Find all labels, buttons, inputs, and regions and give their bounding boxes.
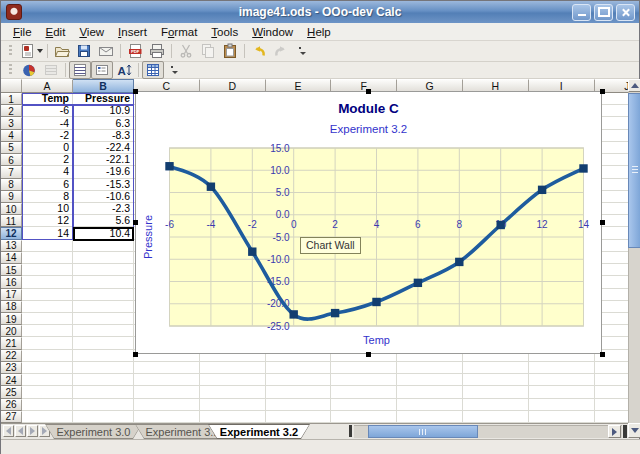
open-button[interactable] xyxy=(51,41,73,61)
selection-handle[interactable] xyxy=(366,352,371,357)
cell-A13[interactable] xyxy=(22,240,73,252)
cell-J24[interactable] xyxy=(595,374,628,386)
cell-A12[interactable]: 14 xyxy=(22,227,73,239)
cell-B6[interactable]: -22.1 xyxy=(73,154,134,166)
horizontal-scrollbar-thumb[interactable] xyxy=(368,425,478,438)
legend-button[interactable] xyxy=(91,61,113,79)
chart-object[interactable]: 15.010.05.00.0-5.0-10.0-15.0-20.0-25.0-6… xyxy=(135,91,602,354)
row-header-6[interactable]: 6 xyxy=(1,154,22,166)
cell-A9[interactable]: 8 xyxy=(22,191,73,203)
cell-F26[interactable] xyxy=(331,399,397,411)
cell-A10[interactable]: 10 xyxy=(22,203,73,215)
cell-A2[interactable]: -6 xyxy=(22,105,73,117)
cell-J25[interactable] xyxy=(595,386,628,398)
cell-A25[interactable] xyxy=(22,386,73,398)
cell-I27[interactable] xyxy=(529,411,595,423)
row-header-22[interactable]: 22 xyxy=(1,350,22,362)
horizontal-scroll-right-button[interactable] xyxy=(608,425,621,438)
cell-B20[interactable] xyxy=(73,325,134,337)
cell-A8[interactable]: 6 xyxy=(22,179,73,191)
cell-B21[interactable] xyxy=(73,337,134,349)
row-header-7[interactable]: 7 xyxy=(1,166,22,178)
row-header-11[interactable]: 11 xyxy=(1,215,22,227)
vertical-scrollbar-thumb[interactable] xyxy=(628,93,640,248)
selection-handle[interactable] xyxy=(600,89,605,94)
cell-B8[interactable]: -15.3 xyxy=(73,179,134,191)
vertical-scroll-up-button[interactable] xyxy=(628,79,640,92)
cell-C23[interactable] xyxy=(134,362,200,374)
select-all-corner[interactable] xyxy=(1,79,22,93)
cell-B26[interactable] xyxy=(73,399,134,411)
chart-type-button[interactable] xyxy=(18,61,40,79)
cell-H24[interactable] xyxy=(463,374,529,386)
cell-G23[interactable] xyxy=(397,362,463,374)
cell-F27[interactable] xyxy=(331,411,397,423)
menu-view[interactable]: View xyxy=(72,25,111,39)
cell-J26[interactable] xyxy=(595,399,628,411)
cell-A6[interactable]: 2 xyxy=(22,154,73,166)
row-header-2[interactable]: 2 xyxy=(1,105,22,117)
row-header-27[interactable]: 27 xyxy=(1,411,22,423)
cell-C24[interactable] xyxy=(134,374,200,386)
row-header-12[interactable]: 12 xyxy=(1,227,22,239)
cell-B1[interactable]: Pressure xyxy=(73,93,134,105)
tab-scrollbar-splitter[interactable] xyxy=(349,425,352,437)
vertical-scroll-down-button[interactable] xyxy=(628,423,640,438)
row-header-15[interactable]: 15 xyxy=(1,264,22,276)
cell-J23[interactable] xyxy=(595,362,628,374)
toolbar-grip[interactable] xyxy=(9,45,12,57)
cell-D24[interactable] xyxy=(200,374,266,386)
cell-B16[interactable] xyxy=(73,276,134,288)
horizontal-grid-button[interactable] xyxy=(69,61,91,79)
print-button[interactable] xyxy=(146,41,168,61)
save-button[interactable] xyxy=(73,41,95,61)
cell-B9[interactable]: -10.6 xyxy=(73,191,134,203)
cell-B23[interactable] xyxy=(73,362,134,374)
selection-handle[interactable] xyxy=(600,220,605,225)
cell-A23[interactable] xyxy=(22,362,73,374)
cell-B17[interactable] xyxy=(73,289,134,301)
cell-E26[interactable] xyxy=(266,399,332,411)
cell-G25[interactable] xyxy=(397,386,463,398)
title-bar[interactable]: image41.ods - OOo-dev Calc xyxy=(1,1,639,23)
menu-help[interactable]: Help xyxy=(300,25,338,39)
selection-handle[interactable] xyxy=(133,352,138,357)
row-header-16[interactable]: 16 xyxy=(1,276,22,288)
cell-B15[interactable] xyxy=(73,264,134,276)
row-header-20[interactable]: 20 xyxy=(1,325,22,337)
data-table-button[interactable] xyxy=(142,61,164,79)
next-sheet-button[interactable] xyxy=(27,425,38,437)
selection-handle[interactable] xyxy=(133,89,138,94)
cell-A14[interactable] xyxy=(22,252,73,264)
cell-B5[interactable]: -22.4 xyxy=(73,142,134,154)
cell-A17[interactable] xyxy=(22,289,73,301)
cell-A18[interactable] xyxy=(22,301,73,313)
cell-B22[interactable] xyxy=(73,350,134,362)
cell-D25[interactable] xyxy=(200,386,266,398)
cell-A1[interactable]: Temp xyxy=(22,93,73,105)
cell-A26[interactable] xyxy=(22,399,73,411)
cell-F25[interactable] xyxy=(331,386,397,398)
cell-B18[interactable] xyxy=(73,301,134,313)
row-header-23[interactable]: 23 xyxy=(1,362,22,374)
row-header-19[interactable]: 19 xyxy=(1,313,22,325)
row-header-4[interactable]: 4 xyxy=(1,130,22,142)
first-sheet-button[interactable] xyxy=(3,425,14,437)
menu-edit[interactable]: Edit xyxy=(39,25,73,39)
menu-file[interactable]: File xyxy=(6,25,39,39)
cell-D26[interactable] xyxy=(200,399,266,411)
cell-C26[interactable] xyxy=(134,399,200,411)
row-header-26[interactable]: 26 xyxy=(1,399,22,411)
cell-E24[interactable] xyxy=(266,374,332,386)
cell-B7[interactable]: -19.6 xyxy=(73,166,134,178)
cell-B11[interactable]: 5.6 xyxy=(73,215,134,227)
cell-A20[interactable] xyxy=(22,325,73,337)
cell-B10[interactable]: -2.3 xyxy=(73,203,134,215)
cell-G27[interactable] xyxy=(397,411,463,423)
row-header-9[interactable]: 9 xyxy=(1,191,22,203)
email-button[interactable] xyxy=(95,41,117,61)
toolbar-grip[interactable] xyxy=(9,64,12,76)
selection-handle[interactable] xyxy=(600,352,605,357)
cell-A3[interactable]: -4 xyxy=(22,117,73,129)
export-pdf-button[interactable]: PDF xyxy=(124,41,146,61)
